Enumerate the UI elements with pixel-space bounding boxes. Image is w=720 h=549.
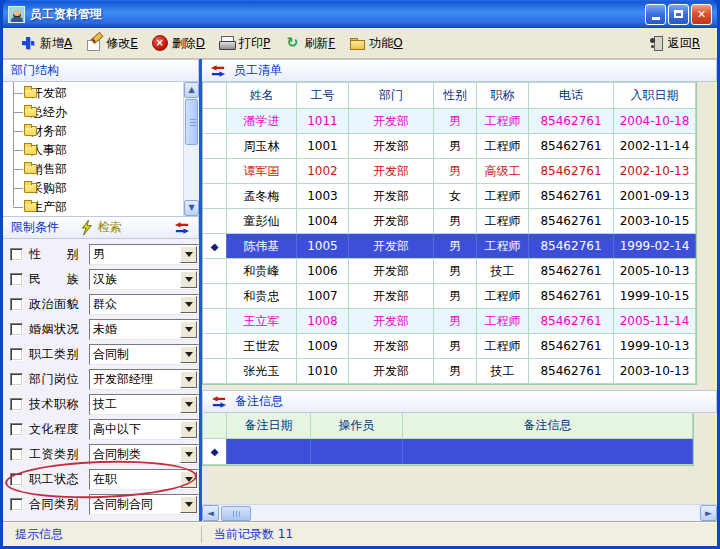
horizontal-scrollbar[interactable]: ◄ ► [202, 504, 717, 521]
filter-checkbox[interactable] [10, 323, 23, 336]
filter-checkbox[interactable] [10, 348, 23, 361]
filter-header-bar: 限制条件 检索 [3, 216, 199, 239]
chevron-down-icon[interactable] [180, 371, 197, 388]
tree-item-财务部[interactable]: 财务部 [3, 122, 183, 141]
table-row-1002[interactable]: 谭军国1002开发部男高级工854627612002-10-13 [203, 159, 696, 184]
scroll-down-icon[interactable]: ▼ [184, 200, 199, 216]
table-row-1003[interactable]: 孟冬梅1003开发部女工程师854627612001-09-13 [203, 184, 696, 209]
table-cell: 男 [434, 334, 477, 358]
table-row-1010[interactable]: 张光玉1010开发部男技工854627612003-10-13 [203, 359, 696, 384]
filter-checkbox[interactable] [10, 398, 23, 411]
chevron-down-icon[interactable] [180, 446, 197, 463]
search-button[interactable]: 检索 [79, 219, 122, 236]
tree-item-总经办[interactable]: 总经办 [3, 103, 183, 122]
row-marker-gutter [203, 413, 227, 438]
filter-checkbox[interactable] [10, 448, 23, 461]
scrollbar-track[interactable] [184, 146, 199, 200]
tree-scrollbar[interactable]: ▲ ▼ [183, 82, 199, 216]
table-cell: 男 [434, 234, 477, 258]
chevron-down-icon[interactable] [180, 271, 197, 288]
scroll-left-icon[interactable]: ◄ [202, 505, 219, 521]
dropdown-arrow-glyph [185, 302, 193, 307]
chevron-down-icon[interactable] [180, 296, 197, 313]
minimize-button[interactable] [645, 4, 666, 25]
filter-dropdown-value: 合同制 [90, 346, 180, 363]
tree-item-开发部[interactable]: 开发部 [3, 84, 183, 103]
collapse-list-icon[interactable] [210, 65, 226, 77]
chevron-down-icon[interactable] [180, 396, 197, 413]
tree-item-人事部[interactable]: 人事部 [3, 141, 183, 160]
tree-item-生产部[interactable]: 生产部 [3, 198, 183, 217]
remarks-cell-empty [227, 439, 311, 464]
filter-dropdown[interactable]: 高中以下 [89, 419, 199, 440]
maximize-button[interactable] [668, 4, 689, 25]
toolbar-button-a[interactable]: 新增A [13, 32, 79, 55]
filter-checkbox[interactable] [10, 248, 23, 261]
dropdown-arrow-glyph [185, 502, 193, 507]
table-row-1009[interactable]: 王世宏1009开发部男工程师854627611999-10-13 [203, 334, 696, 359]
toolbar-button-o[interactable]: 功能O [342, 32, 409, 55]
scroll-right-icon[interactable]: ► [700, 505, 717, 521]
table-row-1004[interactable]: 童彭仙1004开发部男工程师854627612003-10-15 [203, 209, 696, 234]
row-marker-gutter [203, 184, 227, 208]
remarks-table: 备注日期操作员备注信息◆ [202, 413, 694, 466]
filter-label: 婚姻状况 [29, 321, 87, 338]
chevron-down-icon[interactable] [180, 421, 197, 438]
chevron-down-icon[interactable] [180, 496, 197, 513]
toolbar-button-e[interactable]: 修改E [79, 32, 145, 55]
table-row-1007[interactable]: 和贵忠1007开发部男工程师854627611999-10-15 [203, 284, 696, 309]
filter-checkbox[interactable] [10, 498, 23, 511]
filter-dropdown[interactable]: 合同制 [89, 344, 199, 365]
table-row-1001[interactable]: 周玉林1001开发部男工程师854627612002-11-14 [203, 134, 696, 159]
filter-dropdown[interactable]: 开发部经理 [89, 369, 199, 390]
table-cell: 85462761 [529, 159, 614, 183]
filter-dropdown-value: 合同制合同 [90, 496, 180, 513]
filter-dropdown[interactable]: 群众 [89, 294, 199, 315]
filter-dropdown[interactable]: 汉族 [89, 269, 199, 290]
table-row-1006[interactable]: 和贵峰1006开发部男技工854627612005-10-13 [203, 259, 696, 284]
table-cell: 男 [434, 159, 477, 183]
table-row-1008[interactable]: 王立军1008开发部男工程师854627612005-11-14 [203, 309, 696, 334]
table-cell: 开发部 [349, 209, 434, 233]
collapse-remarks-icon[interactable] [211, 396, 227, 408]
filter-dropdown[interactable]: 合同制类 [89, 444, 199, 465]
table-cell: 2002-10-13 [614, 159, 696, 183]
filter-checkbox[interactable] [10, 273, 23, 286]
filter-dropdown[interactable]: 在职 [89, 469, 199, 490]
close-button[interactable]: ✕ [691, 4, 712, 25]
filter-dropdown[interactable]: 未婚 [89, 319, 199, 340]
toolbar-button-f[interactable]: ↻刷新F [277, 32, 342, 55]
toolbar-button-back[interactable]: 返回R [641, 32, 707, 55]
filter-dropdown[interactable]: 男 [89, 244, 199, 265]
toolbar-button-p[interactable]: 打印P [212, 32, 277, 55]
remarks-column-header-备注日期: 备注日期 [227, 413, 311, 438]
filter-checkbox[interactable] [10, 298, 23, 311]
tree-item-采购部[interactable]: 采购部 [3, 179, 183, 198]
filter-checkbox[interactable] [10, 373, 23, 386]
remarks-selected-row[interactable]: ◆ [203, 439, 693, 465]
dropdown-arrow-glyph [185, 377, 193, 382]
chevron-down-icon[interactable] [180, 246, 197, 263]
chevron-down-icon[interactable] [180, 321, 197, 338]
filter-dropdown[interactable]: 技工 [89, 394, 199, 415]
folder-icon [24, 164, 37, 174]
scroll-up-icon[interactable]: ▲ [184, 82, 199, 98]
chevron-down-icon[interactable] [180, 346, 197, 363]
table-row-1005[interactable]: ◆陈伟基1005开发部男工程师854627611999-02-14 [203, 234, 696, 259]
filter-checkbox[interactable] [10, 473, 23, 486]
filter-dropdown-value: 男 [90, 246, 180, 263]
table-cell: 1001 [297, 134, 349, 158]
table-row-1011[interactable]: 潘学进1011开发部男工程师854627612004-10-18 [203, 109, 696, 134]
filter-checkbox[interactable] [10, 423, 23, 436]
toolbar-button-d[interactable]: ×删除D [145, 32, 212, 55]
table-cell: 开发部 [349, 359, 434, 383]
collapse-panel-icon[interactable] [174, 222, 190, 234]
scrollbar-thumb[interactable] [185, 99, 198, 145]
tree-item-销售部[interactable]: 销售部 [3, 160, 183, 179]
hscrollbar-thumb[interactable] [221, 506, 251, 521]
filter-dropdown[interactable]: 合同制合同 [89, 494, 199, 515]
chevron-down-icon[interactable] [180, 471, 197, 488]
table-cell: 1003 [297, 184, 349, 208]
dropdown-arrow-glyph [185, 352, 193, 357]
column-header-性别: 性别 [434, 83, 477, 108]
